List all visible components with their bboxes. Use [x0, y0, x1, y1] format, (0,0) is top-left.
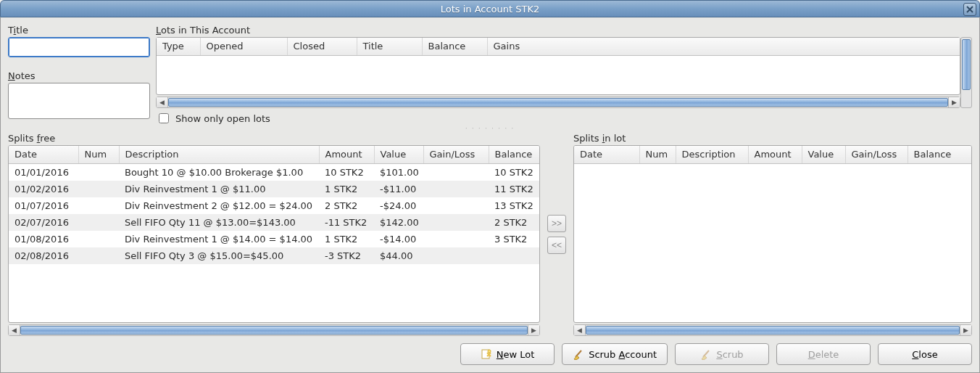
splits-lot-table[interactable]: Date Num Description Amount Value Gain/L…	[573, 145, 972, 323]
notes-label: Notes	[8, 70, 150, 81]
cell-date: 01/01/2016	[9, 163, 78, 181]
cell-date: 01/02/2016	[9, 181, 78, 197]
sl-col-desc[interactable]: Description	[676, 146, 748, 163]
cell-gainloss	[423, 231, 489, 247]
sl-col-amount[interactable]: Amount	[748, 146, 802, 163]
cell-num	[78, 181, 119, 197]
cell-balance: 2 STK2	[489, 214, 539, 231]
window-close-button[interactable]	[963, 3, 976, 16]
splits-lot-hscrollbar[interactable]: ◀ ▶	[573, 324, 972, 336]
pane-divider[interactable]: · · · · · · · ·	[8, 126, 972, 131]
new-lot-icon	[481, 348, 492, 360]
cell-balance: 11 STK2	[489, 181, 539, 197]
button-row: New Lot Scrub Account Scrub Delete Close	[8, 343, 972, 365]
scroll-right-icon[interactable]: ▶	[528, 325, 539, 335]
splits-row: Splits free Date Num Description Amount …	[8, 133, 972, 336]
table-row[interactable]: 01/02/2016Div Reinvestment 1 @ $11.001 S…	[9, 181, 539, 197]
table-row[interactable]: 02/08/2016Sell FIFO Qty 3 @ $15.00=$45.0…	[9, 247, 539, 264]
scrub-button[interactable]: Scrub	[675, 343, 769, 365]
show-only-open-label: Show only open lots	[175, 113, 270, 124]
scroll-right-icon[interactable]: ▶	[960, 325, 971, 335]
cell-num	[78, 163, 119, 181]
lots-panel: Lots in This Account Type Opened	[156, 25, 972, 126]
move-left-button[interactable]: <<	[547, 237, 566, 254]
delete-button[interactable]: Delete	[776, 343, 871, 365]
cell-gainloss	[423, 214, 489, 231]
sl-col-date[interactable]: Date	[574, 146, 639, 163]
cell-desc: Bought 10 @ $10.00 Brokerage $1.00	[119, 163, 319, 181]
lots-table[interactable]: Type Opened Closed Title Balance Gains	[156, 37, 960, 95]
lots-hscrollbar[interactable]: ◀ ▶	[156, 97, 960, 108]
move-right-button[interactable]: >>	[547, 215, 566, 232]
window-title: Lots in Account STK2	[441, 4, 540, 15]
cell-balance: 10 STK2	[489, 163, 539, 181]
cell-balance: 3 STK2	[489, 231, 539, 247]
sf-col-gainloss[interactable]: Gain/Loss	[423, 146, 489, 163]
lots-col-opened[interactable]: Opened	[200, 38, 287, 55]
sl-col-value[interactable]: Value	[802, 146, 845, 163]
new-lot-button[interactable]: New Lot	[460, 343, 555, 365]
title-label: Title	[8, 25, 150, 36]
cell-amount: 1 STK2	[319, 231, 374, 247]
sf-col-amount[interactable]: Amount	[319, 146, 374, 163]
lots-col-title[interactable]: Title	[357, 38, 422, 55]
window-body: Title Notes Lots in This Account	[0, 17, 980, 373]
cell-balance: 13 STK2	[489, 197, 539, 214]
splits-free-table[interactable]: Date Num Description Amount Value Gain/L…	[8, 145, 540, 323]
table-row[interactable]: 01/01/2016Bought 10 @ $10.00 Brokerage $…	[9, 163, 539, 181]
sf-col-date[interactable]: Date	[9, 146, 78, 163]
splits-free-panel: Splits free Date Num Description Amount …	[8, 133, 540, 336]
sl-col-gainloss[interactable]: Gain/Loss	[845, 146, 908, 163]
close-icon	[966, 6, 973, 13]
scroll-right-icon[interactable]: ▶	[948, 97, 960, 107]
sl-col-num[interactable]: Num	[639, 146, 676, 163]
lots-col-balance[interactable]: Balance	[422, 38, 487, 55]
splits-free-hscrollbar[interactable]: ◀ ▶	[8, 324, 540, 336]
cell-num	[78, 247, 119, 264]
cell-balance	[489, 247, 539, 264]
show-only-open-checkbox[interactable]	[159, 113, 169, 123]
sf-col-value[interactable]: Value	[374, 146, 423, 163]
cell-value: $44.00	[374, 247, 423, 264]
title-input[interactable]	[8, 37, 150, 57]
scroll-left-icon[interactable]: ◀	[9, 325, 20, 335]
cell-gainloss	[423, 181, 489, 197]
svg-point-1	[488, 350, 491, 353]
scrub-account-button[interactable]: Scrub Account	[562, 343, 668, 365]
notes-input[interactable]	[8, 83, 150, 119]
lots-col-gains[interactable]: Gains	[487, 38, 960, 55]
cell-value: $142.00	[374, 214, 423, 231]
lots-col-type[interactable]: Type	[157, 38, 200, 55]
lots-col-closed[interactable]: Closed	[287, 38, 357, 55]
cell-gainloss	[423, 247, 489, 264]
cell-amount: -11 STK2	[319, 214, 374, 231]
broom-icon	[573, 348, 584, 360]
cell-value: -$14.00	[374, 231, 423, 247]
close-button[interactable]: Close	[878, 343, 972, 365]
table-row[interactable]: 02/07/2016Sell FIFO Qty 11 @ $13.00=$143…	[9, 214, 539, 231]
sf-col-balance[interactable]: Balance	[489, 146, 539, 163]
cell-num	[78, 197, 119, 214]
scroll-left-icon[interactable]: ◀	[574, 325, 586, 335]
cell-num	[78, 214, 119, 231]
window-titlebar: Lots in Account STK2	[0, 0, 980, 17]
cell-amount: 2 STK2	[319, 197, 374, 214]
lots-heading: Lots in This Account	[156, 25, 972, 36]
cell-value: $101.00	[374, 163, 423, 181]
cell-value: -$24.00	[374, 197, 423, 214]
sf-col-num[interactable]: Num	[78, 146, 119, 163]
sl-col-balance[interactable]: Balance	[908, 146, 971, 163]
broom-icon	[700, 348, 712, 360]
splits-lot-heading: Splits in lot	[573, 133, 972, 144]
table-row[interactable]: 01/07/2016Div Reinvestment 2 @ $12.00 = …	[9, 197, 539, 214]
cell-desc: Sell FIFO Qty 11 @ $13.00=$143.00	[119, 214, 319, 231]
sf-col-desc[interactable]: Description	[119, 146, 319, 163]
cell-amount: -3 STK2	[319, 247, 374, 264]
left-column: Title Notes	[8, 25, 150, 126]
table-row[interactable]: 01/08/2016Div Reinvestment 1 @ $14.00 = …	[9, 231, 539, 247]
lots-vscrollbar[interactable]	[960, 37, 972, 108]
cell-date: 02/08/2016	[9, 247, 78, 264]
scroll-left-icon[interactable]: ◀	[157, 97, 168, 107]
cell-date: 02/07/2016	[9, 214, 78, 231]
cell-amount: 10 STK2	[319, 163, 374, 181]
